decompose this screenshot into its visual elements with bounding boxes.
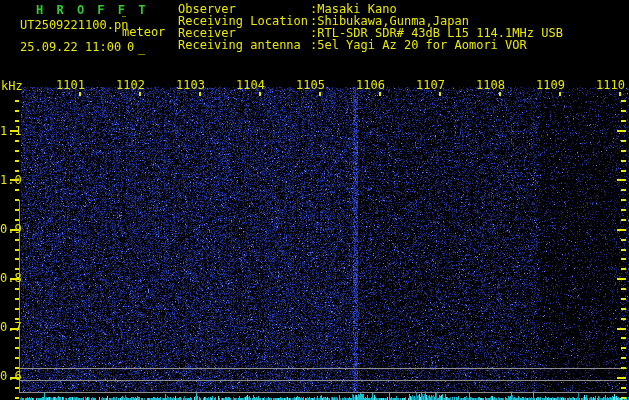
axis-tick bbox=[15, 209, 19, 211]
axis-tick bbox=[439, 92, 441, 96]
axis-tick bbox=[79, 92, 81, 96]
axis-tick bbox=[621, 239, 626, 241]
y-axis-unit-label: kHz bbox=[1, 80, 23, 92]
axis-tick bbox=[621, 100, 626, 102]
axis-tick bbox=[621, 308, 626, 310]
x-tick-label: 1102 bbox=[112, 79, 145, 91]
axis-tick bbox=[15, 170, 19, 172]
axis-tick bbox=[621, 160, 626, 162]
axis-tick bbox=[621, 397, 626, 399]
datetime-label: 25.09.22 11:00 bbox=[20, 41, 121, 53]
axis-tick bbox=[617, 278, 626, 280]
axis-tick bbox=[621, 150, 626, 152]
axis-tick bbox=[621, 387, 626, 389]
axis-tick bbox=[15, 100, 19, 102]
x-tick-label: 1107 bbox=[412, 79, 445, 91]
axis-tick bbox=[621, 209, 626, 211]
x-tick-label: 1101 bbox=[52, 79, 85, 91]
info-label-antenna: Receiving antenna bbox=[178, 39, 301, 51]
y-tick-label: 0.8 bbox=[0, 272, 20, 284]
axis-tick bbox=[621, 189, 626, 191]
mode-label: meteor bbox=[122, 26, 165, 38]
axis-tick bbox=[499, 92, 501, 96]
cursor-mark: _ bbox=[138, 42, 145, 54]
level-gridline-upper bbox=[20, 368, 627, 369]
axis-tick bbox=[15, 160, 19, 162]
y-tick-label: 1.1 bbox=[0, 125, 20, 137]
axis-tick bbox=[619, 92, 621, 96]
axis-tick bbox=[15, 249, 19, 251]
axis-tick bbox=[15, 268, 19, 270]
axis-tick bbox=[621, 110, 626, 112]
axis-tick bbox=[379, 92, 381, 96]
axis-tick bbox=[15, 347, 19, 349]
axis-tick bbox=[15, 397, 19, 399]
output-filename: UT2509221100.pn bbox=[20, 19, 128, 31]
x-tick-label: 1106 bbox=[352, 79, 385, 91]
axis-tick bbox=[259, 92, 261, 96]
axis-tick bbox=[621, 219, 626, 221]
spectrogram-noise-canvas bbox=[0, 0, 629, 400]
axis-tick bbox=[621, 120, 626, 122]
axis-tick bbox=[621, 318, 626, 320]
axis-tick bbox=[617, 130, 626, 132]
axis-tick bbox=[621, 288, 626, 290]
axis-tick bbox=[15, 140, 19, 142]
x-tick-label: 1108 bbox=[472, 79, 505, 91]
axis-tick bbox=[15, 387, 19, 389]
axis-tick bbox=[199, 92, 201, 96]
axis-tick bbox=[15, 298, 19, 300]
info-value-antenna: :5el Yagi Az 20 for Aomori VOR bbox=[310, 39, 527, 51]
axis-tick bbox=[621, 140, 626, 142]
axis-tick bbox=[617, 328, 626, 330]
level-gridline-lower bbox=[20, 392, 627, 393]
axis-tick bbox=[319, 92, 321, 96]
app-title: H R O F F T bbox=[36, 4, 148, 16]
hrofft-screen: H R O F F T UT2509221100.pn ¨ meteor 25.… bbox=[0, 0, 629, 400]
y-tick-label: 0.9 bbox=[0, 223, 20, 235]
x-tick-label: 1105 bbox=[292, 79, 325, 91]
x-tick-label: 1103 bbox=[172, 79, 205, 91]
axis-tick bbox=[15, 219, 19, 221]
axis-tick bbox=[15, 258, 19, 260]
x-tick-label: 1109 bbox=[532, 79, 565, 91]
y-tick-label: 0.7 bbox=[0, 321, 20, 333]
axis-tick bbox=[15, 288, 19, 290]
x-tick-label: 1104 bbox=[232, 79, 265, 91]
axis-tick bbox=[15, 189, 19, 191]
axis-tick bbox=[621, 199, 626, 201]
axis-tick bbox=[621, 268, 626, 270]
axis-tick bbox=[15, 357, 19, 359]
y-tick-label: 0.6 bbox=[0, 370, 20, 382]
axis-tick bbox=[15, 337, 19, 339]
axis-tick bbox=[621, 249, 626, 251]
axis-tick bbox=[15, 199, 19, 201]
axis-tick bbox=[15, 308, 19, 310]
axis-tick bbox=[621, 170, 626, 172]
axis-tick bbox=[15, 239, 19, 241]
axis-tick bbox=[15, 110, 19, 112]
echo-count: 0 bbox=[127, 41, 134, 53]
axis-tick bbox=[621, 367, 626, 369]
axis-tick bbox=[621, 258, 626, 260]
level-gridline-mid bbox=[20, 380, 627, 381]
axis-tick bbox=[621, 298, 626, 300]
axis-tick bbox=[621, 337, 626, 339]
axis-tick bbox=[559, 92, 561, 96]
axis-tick bbox=[621, 347, 626, 349]
x-tick-label: 1110 bbox=[592, 79, 625, 91]
axis-tick bbox=[139, 92, 141, 96]
axis-tick bbox=[621, 357, 626, 359]
axis-tick bbox=[617, 179, 626, 181]
y-tick-label: 1.0 bbox=[0, 174, 20, 186]
axis-tick bbox=[617, 229, 626, 231]
axis-tick bbox=[617, 377, 626, 379]
axis-tick bbox=[15, 120, 19, 122]
axis-tick bbox=[15, 150, 19, 152]
